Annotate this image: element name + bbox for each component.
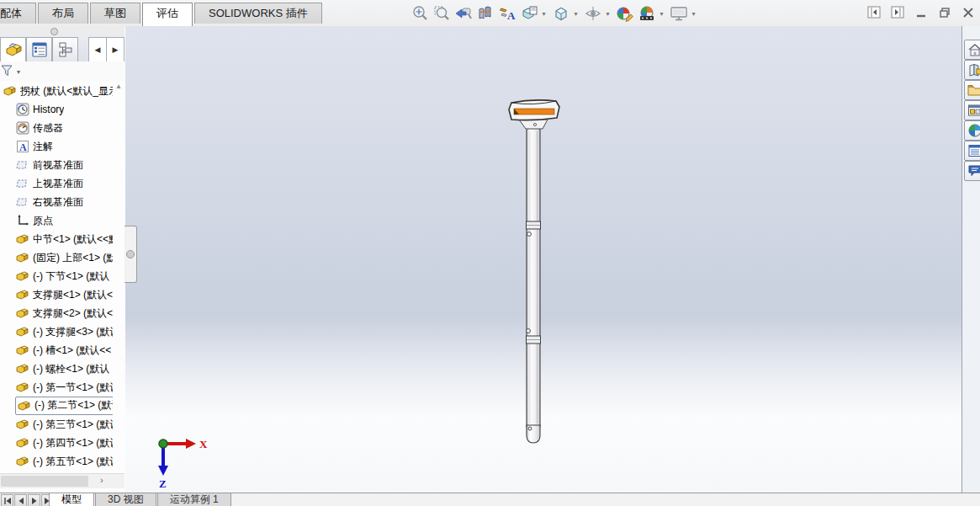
sheet-next-icon[interactable] [28,494,40,506]
part-icon [15,288,29,301]
tree-item-16[interactable]: (-) 第二节<1> (默认 [0,397,113,415]
tree-root-assembly[interactable]: 拐杖 (默认<默认_显示 [0,82,113,100]
tree-item-4[interactable]: 上视基准面 [0,174,113,193]
tree-item-8[interactable]: (固定) 上部<1> (默 [0,248,113,267]
collapse-right-pane-button[interactable] [887,4,908,21]
scroll-right-icon[interactable]: › [100,475,103,485]
close-button[interactable] [958,4,978,21]
tree-item-11[interactable]: 支撑腿<2> (默认< [0,304,113,322]
part-icon [15,344,29,357]
part-icon [15,251,29,264]
scrollbar-thumb[interactable] [1,476,88,487]
ribbon-tab-2[interactable]: 草图 [90,3,140,24]
ribbon-tabs: 装配体布局草图评估SOLIDWORKS 插件 [0,3,324,25]
tree-item-7[interactable]: 中节<1> (默认<<默 [0,230,113,248]
tree-item-5[interactable]: 右视基准面 [0,193,113,211]
view-orientation-icon[interactable] [519,3,539,24]
tree-item-label: 注解 [33,140,53,154]
tree-item-2[interactable]: A注解 [0,137,113,156]
feature-tree: 拐杖 (默认<默认_显示History传感器A注解前视基准面上视基准面右视基准面… [0,82,113,481]
taskpane-custom-properties-list-icon[interactable] [964,141,980,161]
ribbon-tab-0[interactable]: 装配体 [0,3,36,24]
svg-text:A: A [19,141,27,153]
hide-show-items-dropdown-caret[interactable]: ▾ [604,10,612,18]
tree-item-label: (固定) 上部<1> (默 [33,251,113,265]
apply-scene-dropdown-caret[interactable]: ▾ [658,10,665,18]
tree-item-14[interactable]: (-) 螺栓<1> (默认 [0,360,113,378]
tree-item-18[interactable]: (-) 第四节<1> (默认 [0,434,113,452]
edit-appearance-icon[interactable] [615,3,635,24]
zoom-to-fit-icon[interactable] [410,3,430,24]
tree-item-17[interactable]: (-) 第三节<1> (默认 [0,415,113,434]
tree-item-label: (-) 第一节<1> (默认 [33,381,113,395]
collapse-left-pane-button[interactable] [864,4,884,21]
view-orientation-dropdown-caret[interactable]: ▾ [540,10,548,18]
section-view-icon[interactable] [475,3,495,24]
restore-button[interactable] [935,4,955,21]
minimize-button[interactable] [911,4,931,21]
panel-tabs-left-icon[interactable]: ◀ [89,38,106,61]
taskpane-solidworks-resources-home-icon[interactable] [964,40,980,60]
view-settings-dropdown-caret[interactable]: ▾ [690,10,697,18]
sheet-tab-1[interactable]: 3D 视图 [95,493,156,506]
plane-icon [15,177,29,190]
ribbon-tab-3[interactable]: 评估 [142,3,193,26]
panel-tabs-right-icon[interactable]: ▶ [106,38,124,61]
display-style-dropdown-caret[interactable]: ▾ [572,10,580,18]
panel-tab-property-manager[interactable] [26,37,52,61]
taskpane-forum-tag-icon[interactable] [964,161,980,181]
filter-funnel-icon[interactable] [0,63,15,81]
sheet-prev-icon[interactable] [14,494,27,506]
taskpane-view-palette-icon[interactable] [964,100,980,120]
tree-vertical-scrollbar[interactable]: ▲ ▼ [114,82,124,481]
graphics-viewport[interactable]: X Z [125,26,961,493]
taskpane-appearances-scenes-icon[interactable] [964,120,980,141]
zoom-to-area-icon[interactable] [432,3,452,24]
tree-item-label: History [33,104,64,115]
part-icon [15,362,29,376]
tree-item-label: 原点 [33,214,53,228]
tree-item-9[interactable]: (-) 下节<1> (默认 [0,267,113,285]
tree-item-12[interactable]: (-) 支撑腿<3> (默认 [0,322,113,341]
sheet-first-icon[interactable] [1,494,13,506]
hide-show-items-icon[interactable] [583,3,603,24]
panel-tab-feature-manager-tree[interactable] [0,37,26,61]
ribbon-tab-1[interactable]: 布局 [38,3,88,24]
task-pane-strip [961,26,980,493]
splitter-dot [126,250,135,258]
panel-pin-dot[interactable] [50,28,58,35]
filter-dropdown-caret[interactable]: ▾ [17,68,20,76]
tree-item-1[interactable]: 传感器 [0,119,113,137]
ribbon-tab-4[interactable]: SOLIDWORKS 插件 [194,3,322,24]
scroll-up-icon[interactable]: ▲ [114,82,124,92]
taskpane-design-library-icon[interactable] [964,60,980,80]
annotations-icon: A [15,140,29,153]
panel-tab-scroll-arrows: ◀▶ [88,37,124,62]
origin-icon [15,214,29,227]
tree-item-3[interactable]: 前视基准面 [0,156,113,174]
plane-icon [15,195,29,209]
previous-view-icon[interactable] [453,3,474,24]
sheet-nav-buttons [1,494,55,506]
display-style-icon[interactable] [551,3,571,24]
sheet-tab-2[interactable]: 运动算例 1 [157,493,231,506]
taskpane-file-explorer-icon[interactable] [964,80,980,100]
panel-tab-configuration-manager[interactable] [52,37,78,61]
apply-scene-icon[interactable] [637,3,657,24]
tree-item-6[interactable]: 原点 [0,211,113,230]
tree-item-0[interactable]: History [0,100,113,119]
tree-item-10[interactable]: 支撑腿<1> (默认< [0,285,113,304]
part-icon [15,269,29,283]
tree-item-13[interactable]: (-) 槽<1> (默认<< [0,341,113,360]
panel-splitter-handle[interactable] [124,226,137,283]
sheet-tab-0[interactable]: 模型 [49,493,94,506]
annotation-view-icon[interactable]: A [497,3,517,24]
sheet-bar: 模型3D 视图运动算例 1 [0,493,980,506]
tree-item-label: 上视基准面 [33,177,83,191]
view-settings-icon[interactable] [669,3,689,24]
tree-horizontal-scrollbar[interactable]: › [0,473,124,488]
tree-item-19[interactable]: (-) 第五节<1> (默认 [0,452,113,471]
window-controls [861,4,978,21]
tree-filter-row: ▾ [0,61,124,82]
tree-item-15[interactable]: (-) 第一节<1> (默认 [0,378,113,397]
